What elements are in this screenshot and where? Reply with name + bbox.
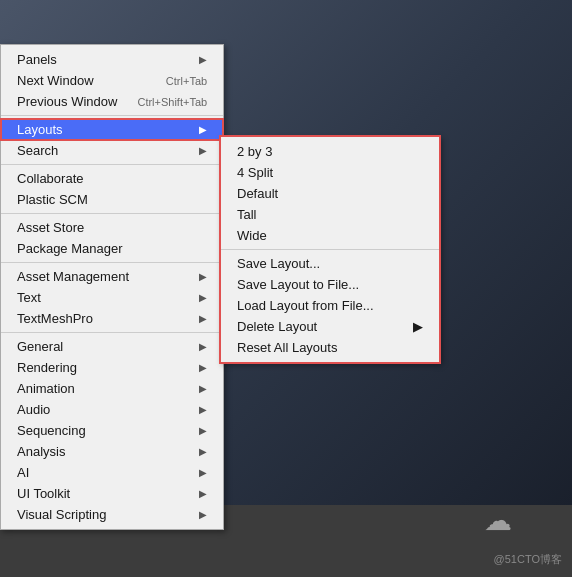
- menu-item-plastic-scm[interactable]: Plastic SCM: [1, 189, 223, 210]
- sequencing-arrow: ▶: [199, 425, 207, 436]
- delete-layout-arrow: ▶: [413, 319, 423, 334]
- layouts-submenu: 2 by 3 4 Split Default Tall Wide Save La…: [220, 136, 440, 363]
- layouts-separator: [221, 249, 439, 250]
- visual-scripting-arrow: ▶: [199, 509, 207, 520]
- menu-item-search[interactable]: Search ▶: [1, 140, 223, 161]
- layout-action-delete[interactable]: Delete Layout ▶: [221, 316, 439, 337]
- menu-item-visual-scripting[interactable]: Visual Scripting ▶: [1, 504, 223, 525]
- tmp-arrow: ▶: [199, 313, 207, 324]
- menu-item-text[interactable]: Text ▶: [1, 287, 223, 308]
- menu-item-package-manager[interactable]: Package Manager: [1, 238, 223, 259]
- animation-arrow: ▶: [199, 383, 207, 394]
- layout-preset-2by3[interactable]: 2 by 3: [221, 141, 439, 162]
- menu-item-ai[interactable]: AI ▶: [1, 462, 223, 483]
- menu-container: Panels ▶ Next Window Ctrl+Tab Previous W…: [0, 44, 224, 530]
- menu-item-sequencing[interactable]: Sequencing ▶: [1, 420, 223, 441]
- separator-2: [1, 164, 223, 165]
- separator-4: [1, 262, 223, 263]
- audio-arrow: ▶: [199, 404, 207, 415]
- menu-item-asset-store[interactable]: Asset Store: [1, 217, 223, 238]
- menu-item-asset-management[interactable]: Asset Management ▶: [1, 266, 223, 287]
- menu-item-rendering[interactable]: Rendering ▶: [1, 357, 223, 378]
- menu-item-next-window[interactable]: Next Window Ctrl+Tab: [1, 70, 223, 91]
- general-arrow: ▶: [199, 341, 207, 352]
- layout-preset-default[interactable]: Default: [221, 183, 439, 204]
- layout-action-save[interactable]: Save Layout...: [221, 253, 439, 274]
- menu-item-ui-toolkit[interactable]: UI Toolkit ▶: [1, 483, 223, 504]
- menu-item-general[interactable]: General ▶: [1, 336, 223, 357]
- menu-item-audio[interactable]: Audio ▶: [1, 399, 223, 420]
- menu-item-analysis[interactable]: Analysis ▶: [1, 441, 223, 462]
- layout-action-save-to-file[interactable]: Save Layout to File...: [221, 274, 439, 295]
- cloud-icon: ☁: [484, 504, 512, 537]
- menu-item-collaborate[interactable]: Collaborate: [1, 168, 223, 189]
- watermark: @51CTO博客: [494, 552, 562, 567]
- ai-arrow: ▶: [199, 467, 207, 478]
- ui-toolkit-arrow: ▶: [199, 488, 207, 499]
- menu-item-previous-window[interactable]: Previous Window Ctrl+Shift+Tab: [1, 91, 223, 112]
- search-arrow: ▶: [199, 145, 207, 156]
- separator-1: [1, 115, 223, 116]
- layouts-arrow: ▶: [199, 124, 207, 135]
- menu-item-textmeshpro[interactable]: TextMeshPro ▶: [1, 308, 223, 329]
- layout-preset-4split[interactable]: 4 Split: [221, 162, 439, 183]
- layout-action-load-from-file[interactable]: Load Layout from File...: [221, 295, 439, 316]
- layout-action-reset-all[interactable]: Reset All Layouts: [221, 337, 439, 358]
- layout-preset-tall[interactable]: Tall: [221, 204, 439, 225]
- analysis-arrow: ▶: [199, 446, 207, 457]
- rendering-arrow: ▶: [199, 362, 207, 373]
- panels-arrow: ▶: [199, 54, 207, 65]
- text-arrow: ▶: [199, 292, 207, 303]
- separator-5: [1, 332, 223, 333]
- menu-item-layouts[interactable]: Layouts ▶: [1, 119, 223, 140]
- window-menu: Panels ▶ Next Window Ctrl+Tab Previous W…: [0, 44, 224, 530]
- separator-3: [1, 213, 223, 214]
- menu-item-panels[interactable]: Panels ▶: [1, 49, 223, 70]
- asset-mgmt-arrow: ▶: [199, 271, 207, 282]
- menu-item-animation[interactable]: Animation ▶: [1, 378, 223, 399]
- layout-preset-wide[interactable]: Wide: [221, 225, 439, 246]
